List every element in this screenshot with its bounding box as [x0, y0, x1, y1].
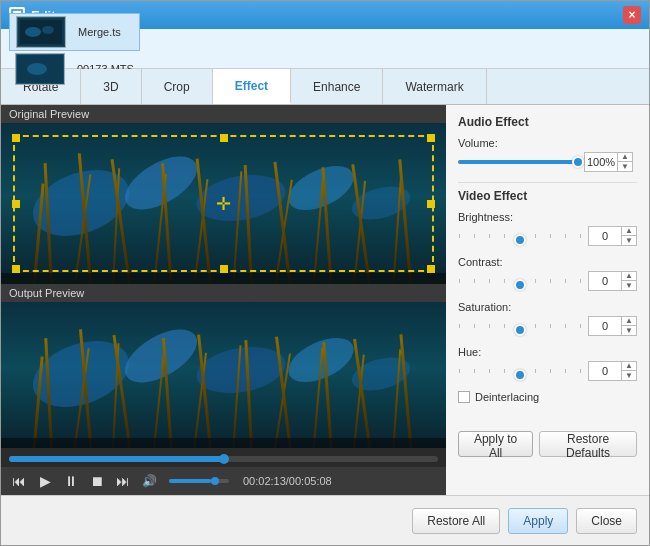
hue-up-arrow[interactable]: ▲ [622, 361, 636, 371]
volume-fill [169, 479, 211, 483]
file-name-1: Merge.ts [78, 26, 121, 38]
volume-value: 100% [585, 156, 617, 168]
volume-handle[interactable] [211, 477, 219, 485]
tab-crop[interactable]: Crop [142, 69, 213, 104]
right-panel: Audio Effect Volume: 100% ▲ ▼ [446, 105, 649, 495]
apply-button[interactable]: Apply [508, 508, 568, 534]
volume-up-arrow[interactable]: ▲ [618, 152, 632, 162]
content-area: Original Preview [1, 105, 649, 495]
hue-down-arrow[interactable]: ▼ [622, 371, 636, 381]
brightness-label: Brightness: [458, 211, 637, 223]
deinterlacing-row: Deinterlacing [458, 391, 637, 403]
deinterlacing-label: Deinterlacing [475, 391, 539, 403]
stop-button[interactable]: ⏹ [87, 471, 107, 491]
volume-down-arrow[interactable]: ▼ [618, 162, 632, 172]
brightness-value: 0 [589, 230, 621, 242]
volume-label: Volume: [458, 137, 637, 149]
brightness-handle[interactable] [514, 234, 526, 246]
file-thumbnail-2 [15, 53, 65, 85]
hue-value: 0 [589, 365, 621, 377]
contrast-down-arrow[interactable]: ▼ [622, 281, 636, 291]
progress-fill [9, 456, 224, 462]
brightness-down-arrow[interactable]: ▼ [622, 236, 636, 246]
brightness-spinner[interactable]: 0 ▲ ▼ [588, 226, 637, 246]
brightness-control: Brightness: 0 [458, 211, 637, 246]
progress-track[interactable] [9, 456, 438, 462]
volume-slider[interactable] [458, 160, 578, 164]
file-thumbnail-1 [16, 16, 66, 48]
skip-end-button[interactable]: ⏭ [113, 471, 133, 491]
contrast-handle[interactable] [514, 279, 526, 291]
brightness-up-arrow[interactable]: ▲ [622, 226, 636, 236]
tab-3d[interactable]: 3D [81, 69, 141, 104]
volume-slider-fill [458, 160, 578, 164]
hue-control: Hue: 0 [458, 346, 637, 381]
deinterlacing-checkbox[interactable] [458, 391, 470, 403]
contrast-label: Contrast: [458, 256, 637, 268]
close-dialog-button[interactable]: Close [576, 508, 637, 534]
contrast-control: Contrast: 0 [458, 256, 637, 291]
saturation-value: 0 [589, 320, 621, 332]
controls-bar: ⏮ ▶ ⏸ ⏹ ⏭ 🔊 00:02:13/00:05:08 [1, 467, 446, 495]
tab-watermark[interactable]: Watermark [383, 69, 486, 104]
progress-handle[interactable] [219, 454, 229, 464]
saturation-control: Saturation: 0 [458, 301, 637, 336]
time-display: 00:02:13/00:05:08 [243, 475, 332, 487]
video-section-title: Video Effect [458, 189, 637, 203]
skip-start-button[interactable]: ⏮ [9, 471, 29, 491]
saturation-spinner[interactable]: 0 ▲ ▼ [588, 316, 637, 336]
hue-spinner[interactable]: 0 ▲ ▼ [588, 361, 637, 381]
contrast-value: 0 [589, 275, 621, 287]
contrast-up-arrow[interactable]: ▲ [622, 271, 636, 281]
right-bottom-buttons: Apply to All Restore Defaults [458, 415, 637, 457]
svg-point-5 [42, 26, 54, 34]
tab-bar: Rotate 3D Crop Effect Enhance Watermark [1, 69, 649, 105]
play-button[interactable]: ▶ [35, 471, 55, 491]
pause-button[interactable]: ⏸ [61, 471, 81, 491]
audio-section-title: Audio Effect [458, 115, 637, 129]
restore-all-button[interactable]: Restore All [412, 508, 500, 534]
bottom-bar: Restore All Apply Close [1, 495, 649, 545]
volume-track[interactable] [169, 479, 229, 483]
edit-window: Edit × Merge.ts [0, 0, 650, 546]
contrast-spinner[interactable]: 0 ▲ ▼ [588, 271, 637, 291]
original-preview: ✛ [1, 123, 446, 284]
volume-control: Volume: 100% ▲ ▼ [458, 137, 637, 172]
original-preview-label: Original Preview [1, 105, 446, 123]
apply-defaults-row: Apply to All Restore Defaults [458, 431, 637, 457]
output-preview-label: Output Preview [1, 284, 446, 302]
hue-label: Hue: [458, 346, 637, 358]
close-button[interactable]: × [623, 6, 641, 24]
svg-rect-62 [1, 438, 446, 448]
divider-1 [458, 182, 637, 183]
volume-icon: 🔊 [139, 471, 159, 491]
progress-bar-container[interactable] [1, 448, 446, 467]
file-bar: Merge.ts 00173.MTS [1, 29, 649, 69]
hue-handle[interactable] [514, 369, 526, 381]
svg-point-4 [25, 27, 41, 37]
saturation-down-arrow[interactable]: ▼ [622, 326, 636, 336]
saturation-label: Saturation: [458, 301, 637, 313]
saturation-up-arrow[interactable]: ▲ [622, 316, 636, 326]
tab-enhance[interactable]: Enhance [291, 69, 383, 104]
volume-spinner[interactable]: 100% ▲ ▼ [584, 152, 633, 172]
svg-rect-35 [1, 278, 446, 284]
tab-effect[interactable]: Effect [213, 69, 291, 104]
apply-to-all-button[interactable]: Apply to All [458, 431, 533, 457]
restore-defaults-button[interactable]: Restore Defaults [539, 431, 637, 457]
svg-point-7 [27, 63, 47, 75]
left-panel: Original Preview [1, 105, 446, 495]
output-preview [1, 302, 446, 448]
volume-slider-handle[interactable] [572, 156, 584, 168]
saturation-handle[interactable] [514, 324, 526, 336]
